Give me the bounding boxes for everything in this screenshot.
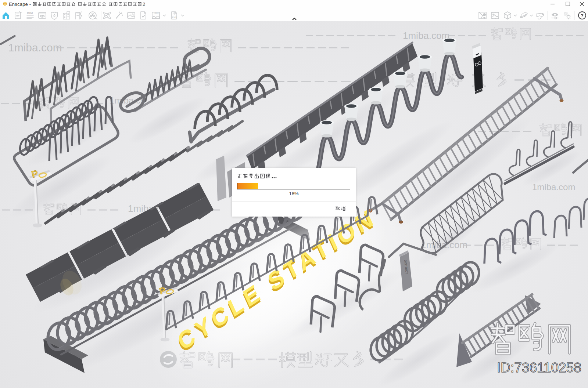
svg-text:ID:736110258: ID:736110258 bbox=[497, 360, 581, 375]
svg-text:1miba.com: 1miba.com bbox=[532, 182, 575, 192]
svg-text:1miba.com: 1miba.com bbox=[403, 30, 449, 41]
svg-text:BIM: BIM bbox=[27, 11, 33, 15]
svg-text:EXE: EXE bbox=[172, 16, 177, 19]
svg-text:1miba.com: 1miba.com bbox=[8, 41, 62, 54]
svg-text:2: 2 bbox=[143, 1, 145, 7]
svg-text:?: ? bbox=[581, 13, 584, 18]
